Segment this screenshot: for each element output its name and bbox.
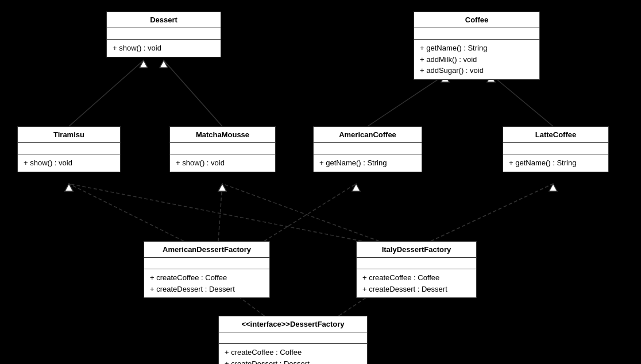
class-coffee: Coffee + getName() : String + addMilk() … (414, 11, 540, 80)
class-americandessertfactory: AmericanDessertFactory + createCoffee : … (144, 241, 270, 298)
svg-line-14 (69, 184, 362, 241)
svg-marker-9 (65, 184, 73, 191)
svg-marker-3 (160, 60, 168, 68)
class-italydessertfactory-name: ItalyDessertFactory (357, 242, 476, 258)
class-lattecoffee-name: LatteCoffee (503, 127, 608, 143)
class-dessert-name: Dessert (107, 12, 221, 28)
class-americandessertfactory-name: AmericanDessertFactory (144, 242, 269, 258)
class-tiramisu-name: Tiramisu (18, 127, 120, 143)
class-dessert: Dessert + show() : void (106, 11, 221, 57)
class-americandessertfactory-empty (144, 258, 269, 269)
class-americancoffee-empty (314, 143, 422, 154)
class-lattecoffee-methods: + getName() : String (503, 154, 608, 172)
class-americandessertfactory-methods: + createCoffee : Coffee + createDessert … (144, 269, 269, 297)
class-tiramisu: Tiramisu + show() : void (17, 126, 121, 172)
svg-marker-15 (65, 184, 73, 191)
class-americancoffee-methods: + getName() : String (314, 154, 422, 172)
class-italydessertfactory-methods: + createCoffee : Coffee + createDessert … (357, 269, 476, 297)
svg-line-12 (264, 184, 356, 241)
svg-line-2 (164, 60, 222, 126)
class-matchamousse-name: MatchaMousse (170, 127, 275, 143)
class-dessertfactory: <<interface>>DessertFactory + createCoff… (218, 316, 368, 364)
svg-marker-1 (140, 60, 148, 68)
class-coffee-name: Coffee (414, 12, 539, 28)
class-tiramisu-empty (18, 143, 120, 154)
svg-marker-11 (218, 184, 226, 191)
class-coffee-empty (414, 28, 539, 40)
svg-marker-19 (549, 184, 557, 191)
uml-diagram: Dessert + show() : void Coffee + getName… (0, 0, 641, 364)
svg-line-16 (222, 184, 379, 241)
class-dessertfactory-name: <<interface>>DessertFactory (219, 316, 367, 332)
class-italydessertfactory-empty (357, 258, 476, 269)
svg-line-6 (491, 75, 553, 126)
svg-marker-13 (352, 184, 360, 191)
class-tiramisu-methods: + show() : void (18, 154, 120, 172)
class-lattecoffee-empty (503, 143, 608, 154)
class-dessertfactory-empty (219, 332, 367, 344)
class-dessertfactory-methods: + createCoffee : Coffee + createDessert … (219, 344, 367, 364)
diagram-lines (0, 0, 641, 364)
svg-line-8 (69, 184, 184, 241)
class-lattecoffee: LatteCoffee + getName() : String (503, 126, 609, 172)
class-italydessertfactory: ItalyDessertFactory + createCoffee : Cof… (356, 241, 477, 298)
svg-marker-17 (218, 184, 226, 191)
svg-line-18 (431, 184, 553, 241)
class-matchamousse: MatchaMousse + show() : void (169, 126, 276, 172)
svg-line-4 (368, 75, 445, 126)
svg-line-0 (69, 60, 144, 126)
class-dessert-methods: + show() : void (107, 40, 221, 57)
class-coffee-methods: + getName() : String + addMilk() : void … (414, 40, 539, 79)
svg-line-10 (218, 184, 222, 241)
class-americancoffee-name: AmericanCoffee (314, 127, 422, 143)
class-matchamousse-empty (170, 143, 275, 154)
class-americancoffee: AmericanCoffee + getName() : String (313, 126, 422, 172)
class-dessert-empty (107, 28, 221, 40)
class-matchamousse-methods: + show() : void (170, 154, 275, 172)
